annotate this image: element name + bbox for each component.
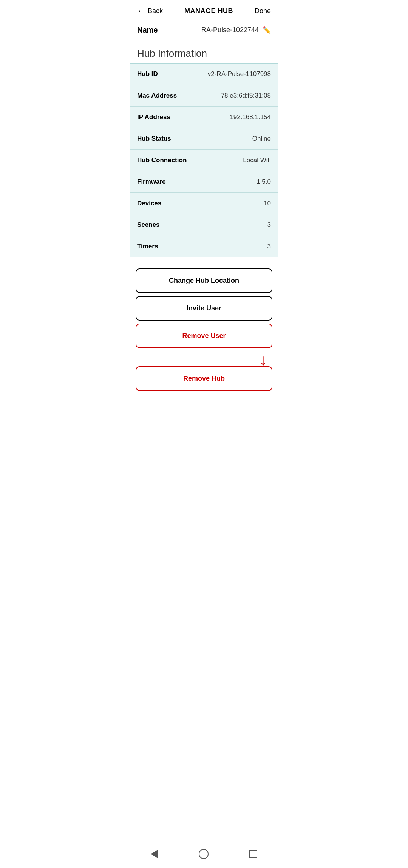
- action-buttons-section: Change Hub LocationInvite UserRemove Use…: [130, 268, 278, 394]
- table-row: Timers 3: [130, 236, 278, 257]
- page-title: MANAGE HUB: [184, 7, 233, 15]
- spacer: [130, 257, 278, 268]
- info-value: 3: [267, 221, 271, 229]
- table-row: Mac Address 78:e3:6d:f5:31:08: [130, 85, 278, 107]
- info-value: 192.168.1.154: [230, 113, 271, 121]
- info-key: Scenes: [137, 221, 160, 229]
- table-row: Firmware 1.5.0: [130, 171, 278, 193]
- info-value: 3: [267, 243, 271, 250]
- remove-user-button[interactable]: Remove User: [136, 324, 272, 348]
- info-key: Hub Status: [137, 135, 171, 143]
- info-value: 1.5.0: [257, 178, 271, 186]
- edit-icon[interactable]: ✏️: [263, 26, 271, 34]
- done-button[interactable]: Done: [255, 7, 271, 15]
- change-hub-location-button[interactable]: Change Hub Location: [136, 268, 272, 293]
- recents-nav-icon[interactable]: [249, 850, 257, 860]
- hub-info-table: Hub ID v2-RA-Pulse-1107998 Mac Address 7…: [130, 63, 278, 257]
- info-value: Local Wifi: [243, 157, 271, 164]
- name-value-group: RA-Pulse-1022744 ✏️: [201, 26, 271, 34]
- back-button[interactable]: ← Back: [137, 6, 163, 16]
- table-row: Hub ID v2-RA-Pulse-1107998: [130, 64, 278, 85]
- table-row: Scenes 3: [130, 214, 278, 236]
- info-key: IP Address: [137, 113, 170, 121]
- arrow-annotation: ↓: [136, 352, 272, 368]
- square-recent-icon: [249, 850, 257, 858]
- circle-home-icon: [199, 849, 209, 859]
- hub-information-header: Hub Information: [130, 40, 278, 63]
- triangle-back-icon: [151, 849, 158, 859]
- info-key: Mac Address: [137, 92, 177, 99]
- info-key: Hub ID: [137, 70, 158, 78]
- info-key: Firmware: [137, 178, 166, 186]
- back-label: Back: [148, 7, 163, 15]
- info-key: Timers: [137, 243, 158, 250]
- info-value: v2-RA-Pulse-1107998: [208, 70, 271, 78]
- down-arrow-icon: ↓: [259, 352, 267, 368]
- info-key: Devices: [137, 200, 161, 207]
- bottom-nav-bar: [130, 843, 278, 868]
- table-row: Hub Status Online: [130, 128, 278, 150]
- back-arrow-icon: ←: [137, 6, 145, 16]
- name-label: Name: [137, 26, 158, 34]
- home-nav-icon[interactable]: [199, 849, 209, 860]
- info-value: 10: [264, 200, 271, 207]
- table-row: Hub Connection Local Wifi: [130, 150, 278, 171]
- name-row: Name RA-Pulse-1022744 ✏️: [130, 20, 278, 40]
- top-nav: ← Back MANAGE HUB Done: [130, 0, 278, 20]
- back-nav-icon[interactable]: [151, 849, 158, 860]
- info-value: 78:e3:6d:f5:31:08: [221, 92, 271, 99]
- info-value: Online: [252, 135, 271, 143]
- invite-user-button[interactable]: Invite User: [136, 296, 272, 321]
- remove-hub-button[interactable]: Remove Hub: [136, 366, 272, 391]
- hub-name-value: RA-Pulse-1022744: [201, 26, 259, 34]
- table-row: Devices 10: [130, 193, 278, 214]
- table-row: IP Address 192.168.1.154: [130, 107, 278, 128]
- info-key: Hub Connection: [137, 157, 187, 164]
